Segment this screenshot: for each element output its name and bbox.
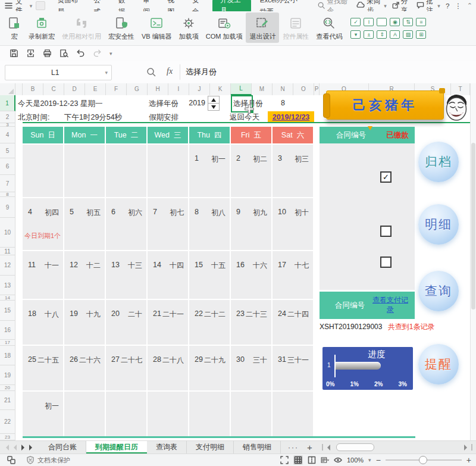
calendar-cell-w5d5[interactable]: 29二十九 — [189, 346, 230, 390]
row-header-19[interactable]: 19 — [0, 365, 15, 385]
save-icon[interactable] — [10, 49, 18, 58]
column-header-O[interactable]: O — [293, 83, 314, 95]
column-header-M[interactable]: M — [252, 83, 273, 95]
row-header-11[interactable]: 11 — [0, 248, 15, 255]
reading-mode-icon[interactable] — [334, 456, 342, 464]
column-header-C[interactable]: C — [43, 83, 64, 95]
image-control-icon[interactable]: ▨ — [403, 30, 413, 39]
help-button[interactable]: ? — [446, 2, 449, 10]
sheet-tab-查询表[interactable]: 查询表 — [147, 441, 187, 454]
insert-function-button[interactable]: fx — [167, 67, 173, 76]
ribbon-button-录制新宏[interactable]: 录制新宏 — [25, 12, 58, 43]
row-header-7[interactable]: 7 — [0, 175, 15, 192]
more-sheets-icon[interactable]: ··· — [288, 443, 299, 452]
row-header-9[interactable]: 9 — [0, 197, 15, 218]
more-menu-icon[interactable]: ⋮ — [455, 2, 462, 10]
calendar-cell-w4d3[interactable]: 20二十 — [106, 300, 146, 345]
side-button-明细[interactable]: 明细 — [418, 204, 459, 245]
selection-mode-icon[interactable] — [7, 456, 15, 464]
ribbon-button-VB 编辑器[interactable]: VB 编辑器 — [138, 12, 176, 43]
zoom-caret-icon[interactable]: ▾ — [368, 457, 371, 463]
formula-input[interactable]: 选择月份 — [186, 67, 217, 77]
cell-today-text[interactable]: 今天是2019-12-23 星期一 — [18, 99, 102, 109]
row-header-4[interactable]: 4 — [0, 127, 15, 143]
calendar-cell-w6d2[interactable] — [64, 392, 105, 436]
calendar-cell-w5d6[interactable]: 30三十 — [231, 346, 271, 390]
row-header-15[interactable]: 15 — [0, 301, 15, 321]
column-header-E[interactable]: E — [85, 83, 106, 95]
ribbon-button-宏[interactable]: 宏 — [4, 12, 25, 43]
print-icon[interactable] — [43, 49, 52, 58]
progress-chart[interactable]: 进度 1 0%1%2%3% — [322, 347, 413, 390]
calendar-cell-w1d2[interactable] — [64, 145, 105, 197]
cell-year-value[interactable]: 2019 — [186, 99, 205, 107]
sheet-tab-到期提醒日历[interactable]: 到期提醒日历 — [86, 441, 147, 454]
normal-view-icon[interactable] — [293, 455, 303, 465]
row-header-8[interactable]: 8 — [0, 192, 15, 197]
cell-month-value[interactable]: 8 — [273, 99, 293, 107]
row-header-2[interactable]: 2 — [0, 111, 15, 123]
view-payment-record-link[interactable]: 查看支付记录 — [369, 296, 411, 314]
column-header-N[interactable]: N — [273, 83, 293, 95]
zoom-level-value[interactable]: 100% — [347, 456, 364, 464]
calendar-cell-w4d1[interactable]: 18十八 — [23, 300, 63, 345]
last-sheet-icon[interactable] — [29, 445, 32, 451]
calendar-cell-w3d7[interactable]: 17十七 — [273, 251, 313, 299]
magnifier-icon[interactable] — [146, 67, 156, 79]
cell-time-value[interactable]: 下午1时29分54秒 — [64, 112, 122, 123]
row-header-10[interactable]: 10 — [0, 218, 15, 248]
calendar-cell-w2d7[interactable]: 10初十 — [273, 198, 313, 250]
first-sheet-icon[interactable] — [6, 445, 9, 451]
column-header-K[interactable]: K — [210, 83, 231, 95]
calendar-cell-w3d1[interactable]: 11十一 — [23, 251, 63, 299]
calendar-cell-w6d4[interactable] — [148, 392, 188, 436]
calendar-cell-w4d4[interactable]: 21二十一 — [148, 300, 188, 345]
contract-checkbox-3[interactable] — [380, 257, 392, 268]
side-button-归档[interactable]: 归档 — [418, 142, 459, 182]
calendar-cell-w5d7[interactable]: 31三十一 — [273, 346, 313, 390]
spinner-down-icon[interactable] — [208, 104, 219, 110]
customize-qat-icon[interactable]: ▾ — [109, 51, 112, 57]
page-break-view-icon[interactable] — [308, 456, 316, 464]
hscroll-left-icon[interactable] — [327, 445, 330, 451]
calendar-cell-w6d6[interactable] — [231, 392, 271, 436]
calendar-cell-w3d4[interactable]: 14十四 — [148, 251, 188, 299]
column-header-B[interactable]: B — [23, 83, 43, 95]
column-header-H[interactable]: H — [148, 83, 168, 95]
calendar-cell-w1d6[interactable]: 2初二 — [231, 145, 271, 197]
row-header-21[interactable]: 21 — [0, 391, 15, 410]
hscroll-right-icon[interactable] — [464, 445, 467, 451]
calendar-cell-w4d5[interactable]: 22二十二 — [189, 300, 230, 345]
calendar-cell-w2d5[interactable]: 8初八 — [189, 198, 230, 250]
row-header-16[interactable]: 16 — [0, 321, 15, 340]
ribbon-button-宏安全性[interactable]: 宏安全性 — [105, 12, 138, 43]
cell-current-date[interactable]: 2019/12/23 — [268, 111, 314, 123]
calendar-cell-w6d3[interactable] — [106, 392, 146, 436]
vertical-scrollbar[interactable] — [470, 83, 476, 440]
column-header-I[interactable]: I — [168, 83, 189, 95]
cell-select-year-label[interactable]: 选择年份 — [149, 99, 178, 109]
calendar-cell-w2d4[interactable]: 7初七 — [148, 198, 188, 250]
calendar-cell-w2d3[interactable]: 6初六 — [106, 198, 146, 250]
row-header-22[interactable]: 22 — [0, 410, 15, 434]
calendar-cell-w3d6[interactable]: 16十六 — [231, 251, 271, 299]
cell-holiday-label[interactable]: 假期安排 — [149, 112, 178, 123]
sheet-tab-销售明细[interactable]: 销售明细 — [234, 441, 281, 454]
contract-checkbox-1[interactable]: ✓ — [380, 171, 392, 183]
calendar-cell-w4d7[interactable]: 24二十四 — [273, 300, 313, 345]
contract-checkbox-2[interactable] — [380, 226, 392, 237]
row-header-20[interactable]: 20 — [0, 385, 15, 391]
cell-beijing-time-label[interactable]: 北京时间: — [18, 112, 49, 123]
ribbon-button-退出设计[interactable]: 退出设计 — [246, 12, 279, 43]
column-header-G[interactable]: G — [127, 83, 148, 95]
side-button-提醒[interactable]: 提醒 — [418, 344, 459, 384]
calendar-cell-w5d2[interactable]: 26二十六 — [64, 346, 105, 390]
back-to-today-button[interactable]: 返回今天 — [230, 112, 259, 123]
label-control-icon[interactable]: A — [390, 30, 400, 39]
row-header-5[interactable]: 5 — [0, 143, 15, 158]
file-menu-caret-icon[interactable]: ▾ — [30, 3, 33, 9]
column-header-F[interactable]: F — [106, 83, 127, 95]
zoom-slider-knob[interactable] — [419, 456, 427, 464]
horizontal-scrollbar-thumb[interactable] — [336, 443, 374, 451]
calendar-cell-w2d6[interactable]: 9初九 — [231, 198, 271, 250]
